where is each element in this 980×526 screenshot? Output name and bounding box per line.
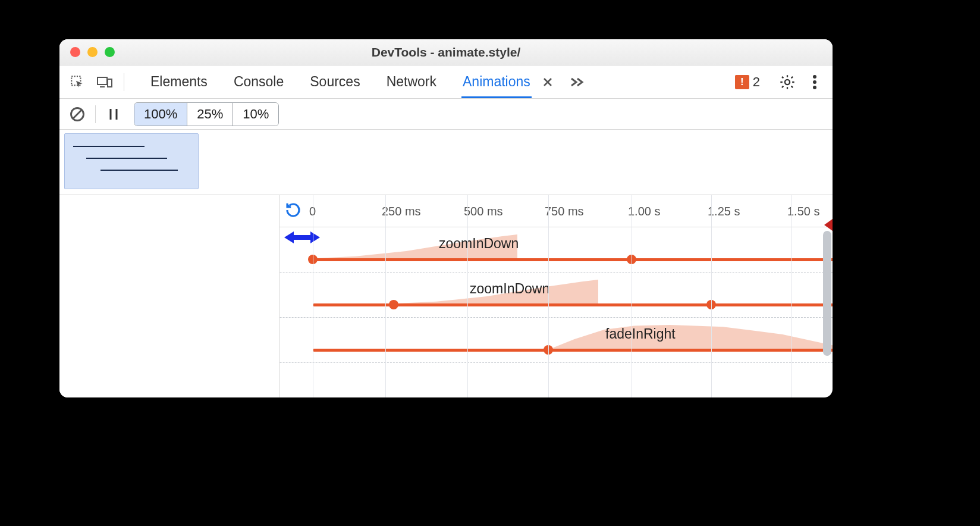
animation-name-label: zoomInDown [470, 281, 549, 297]
speed-100-button[interactable]: 100% [134, 103, 187, 126]
animation-bar[interactable] [313, 258, 833, 261]
svg-point-9 [813, 86, 816, 89]
animation-name-label: fadeInRight [605, 326, 676, 342]
issues-badge-icon: ! [735, 75, 749, 89]
tab-sources[interactable]: Sources [309, 65, 361, 98]
element-labels-column [59, 195, 279, 397]
animation-bar[interactable] [313, 349, 833, 352]
animation-group-thumbnail[interactable] [64, 133, 199, 189]
scrubber-handle-icon[interactable] [284, 230, 320, 245]
clear-all-icon[interactable] [67, 104, 88, 125]
tab-network[interactable]: Network [385, 65, 438, 98]
ruler-tick: 1.00 s [628, 205, 660, 218]
animation-track[interactable]: zoomInDown [279, 227, 827, 272]
gridline [385, 195, 386, 397]
window-titlebar[interactable]: DevTools - animate.style/ [59, 39, 833, 65]
panel-tabs: Elements Console Sources Network Animati… [149, 65, 532, 98]
svg-point-6 [785, 79, 790, 84]
main-toolbar: Elements Console Sources Network Animati… [59, 65, 833, 99]
animation-name-label: zoomInDown [439, 236, 519, 252]
ruler-tick: 750 ms [545, 205, 584, 218]
svg-rect-1 [98, 77, 107, 84]
keyframe-handle[interactable] [389, 300, 398, 309]
ruler-tick: 250 ms [382, 205, 421, 218]
gridline [313, 195, 313, 397]
close-tab-icon[interactable] [542, 77, 553, 87]
devtools-window: DevTools - animate.style/ Elements Conso… [59, 39, 833, 397]
easing-curve [551, 325, 833, 349]
maximize-window-button[interactable] [105, 47, 115, 57]
timeline-area: 0250 ms500 ms750 ms1.00 s1.25 s1.50 s1.7… [59, 195, 833, 397]
vertical-scrollbar[interactable] [823, 231, 831, 356]
ruler-tick: 1.50 s [787, 205, 819, 218]
minimize-window-button[interactable] [87, 47, 98, 57]
ruler-ticks: 0250 ms500 ms750 ms1.00 s1.25 s1.50 s1.7… [279, 195, 828, 227]
tab-animations[interactable]: Animations [461, 65, 532, 98]
svg-line-11 [73, 110, 81, 118]
svg-point-7 [813, 75, 816, 79]
tab-console[interactable]: Console [233, 65, 285, 98]
toolbar-divider [124, 73, 124, 91]
tab-elements[interactable]: Elements [149, 65, 209, 98]
gridline [632, 195, 632, 397]
speed-10-button[interactable]: 10% [233, 103, 278, 126]
animation-track[interactable]: zoomInDown [279, 273, 827, 317]
settings-gear-icon[interactable] [777, 71, 798, 93]
gridline [791, 195, 791, 397]
issues-count: 2 [753, 74, 760, 90]
ruler-tick: 1.25 s [708, 205, 740, 218]
traffic-lights [70, 47, 115, 57]
animation-track[interactable]: fadeInRight [279, 318, 827, 362]
speed-segmented-control: 100% 25% 10% [134, 102, 279, 126]
svg-marker-14 [284, 231, 320, 243]
toolbar-divider [95, 105, 96, 123]
more-tabs-icon[interactable] [570, 77, 585, 87]
issues-counter[interactable]: ! 2 [735, 74, 760, 90]
svg-rect-3 [108, 79, 112, 87]
close-window-button[interactable] [70, 47, 80, 57]
animation-groups-filmstrip [59, 130, 833, 195]
svg-point-8 [813, 80, 816, 84]
pause-icon[interactable] [103, 104, 124, 125]
gridline [467, 195, 468, 397]
animations-toolbar: 100% 25% 10% [59, 99, 833, 130]
ruler-tick: 500 ms [464, 205, 503, 218]
window-title: DevTools - animate.style/ [59, 45, 833, 60]
device-toggle-icon[interactable] [94, 71, 115, 93]
gridline [711, 195, 712, 397]
kebab-menu-icon[interactable] [804, 71, 825, 93]
gridline [548, 195, 549, 397]
speed-25-button[interactable]: 25% [187, 103, 233, 126]
inspect-element-icon[interactable] [67, 71, 88, 93]
